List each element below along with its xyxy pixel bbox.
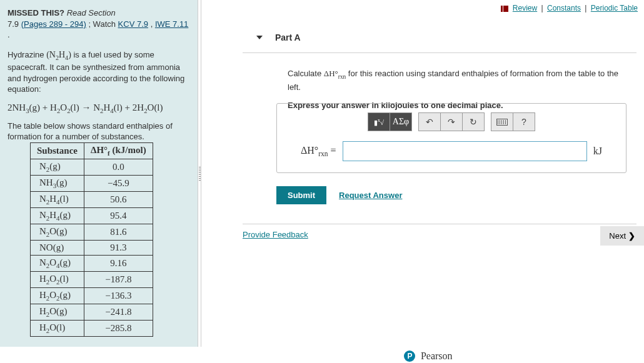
watch-label: ; Watch xyxy=(88,19,118,29)
table-row: H2O(l)−285.8 xyxy=(31,320,153,336)
keyboard-icon xyxy=(496,119,508,126)
part-title: Part A xyxy=(275,32,301,42)
redo-button[interactable]: ↷ xyxy=(440,112,463,131)
answer-lhs: ΔH°rxn = xyxy=(301,145,336,157)
equation-toolbar: ▮x√ ΑΣφ ↶ ↷ ↻ ? xyxy=(288,112,615,131)
table-row: NO(g)91.3 xyxy=(31,240,153,255)
problem-intro: Hydrazine (N2H4) is a fuel used by some … xyxy=(8,49,190,95)
table-row: N2O4(g)9.16 xyxy=(31,255,153,271)
answer-box: ▮x√ ΑΣφ ↶ ↷ ↻ ? ΔH°rxn = kJ xyxy=(276,103,626,173)
pearson-logo-icon: P xyxy=(404,351,415,362)
section-number: 7.9 xyxy=(8,19,21,29)
hydrazine-formula: (N2H4) xyxy=(46,50,71,59)
review-link[interactable]: Review xyxy=(513,4,537,12)
templates-button[interactable]: ▮x√ xyxy=(368,112,390,131)
pages-link[interactable]: (Pages 289 - 294) xyxy=(21,19,86,29)
chemical-equation: 2NH3(g) + H2O2(l) → N2H4(l) + 2H2O(l) xyxy=(8,102,190,114)
read-section-label: Read Section xyxy=(67,8,116,17)
reset-button[interactable]: ↻ xyxy=(462,112,485,131)
separator xyxy=(243,224,636,224)
undo-button[interactable]: ↶ xyxy=(418,112,441,131)
brand-name: Pearson xyxy=(421,351,453,361)
table-row: N2O(g)81.6 xyxy=(31,224,153,240)
table-row: NH3(g)−45.9 xyxy=(31,175,153,191)
submit-button[interactable]: Submit xyxy=(276,186,326,204)
problem-info-sidebar: MISSED THIS? Read Section 7.9 (Pages 289… xyxy=(0,0,198,347)
footer: P Pearson xyxy=(213,350,644,362)
greek-button[interactable]: ΑΣφ xyxy=(390,112,412,131)
table-row: H2O2(l)−187.8 xyxy=(31,271,153,287)
periodic-table-link[interactable]: Periodic Table xyxy=(591,4,638,12)
table-intro: The table below shows standard enthalpie… xyxy=(8,121,190,142)
table-row: N2H4(l)50.6 xyxy=(31,191,153,207)
delta-h-rxn: ΔH°rxn xyxy=(324,69,346,78)
provide-feedback-link[interactable]: Provide Feedback xyxy=(243,230,308,239)
separator xyxy=(243,52,636,53)
missed-label: MISSED THIS? xyxy=(8,8,64,17)
iwe-link[interactable]: IWE 7.11 xyxy=(155,19,188,29)
chevron-right-icon: ❯ xyxy=(628,231,635,241)
part-header[interactable]: Part A xyxy=(256,32,301,42)
panel-resize-handle[interactable] xyxy=(198,0,201,347)
answer-input[interactable] xyxy=(343,141,587,161)
collapse-icon xyxy=(256,36,263,39)
top-links: Review | Constants | Periodic Table xyxy=(501,4,638,12)
enthalpy-table: Substance ΔH°f (kJ/mol) N2(g)0.0 NH3(g)−… xyxy=(30,142,153,337)
question-panel: Review | Constants | Periodic Table Part… xyxy=(213,0,644,347)
table-row: N2(g)0.0 xyxy=(31,159,153,175)
kcv-link[interactable]: KCV 7.9 xyxy=(118,19,148,29)
th-substance: Substance xyxy=(31,142,84,159)
table-row: H2O2(g)−136.3 xyxy=(31,287,153,304)
next-button[interactable]: Next ❯ xyxy=(600,226,644,246)
missed-this-section: MISSED THIS? Read Section 7.9 (Pages 289… xyxy=(8,7,190,41)
keyboard-button[interactable] xyxy=(491,112,513,131)
help-button[interactable]: ? xyxy=(513,112,535,131)
flag-icon[interactable] xyxy=(501,6,508,12)
submit-row: Submit Request Answer xyxy=(276,186,402,204)
table-row: N2H4(g)95.4 xyxy=(31,207,153,224)
answer-input-row: ΔH°rxn = kJ xyxy=(288,141,615,161)
table-row: H2O(g)−241.8 xyxy=(31,304,153,320)
th-deltahf: ΔH°f (kJ/mol) xyxy=(84,142,153,159)
answer-unit: kJ xyxy=(593,146,602,157)
request-answer-link[interactable]: Request Answer xyxy=(339,191,402,200)
constants-link[interactable]: Constants xyxy=(547,4,581,12)
